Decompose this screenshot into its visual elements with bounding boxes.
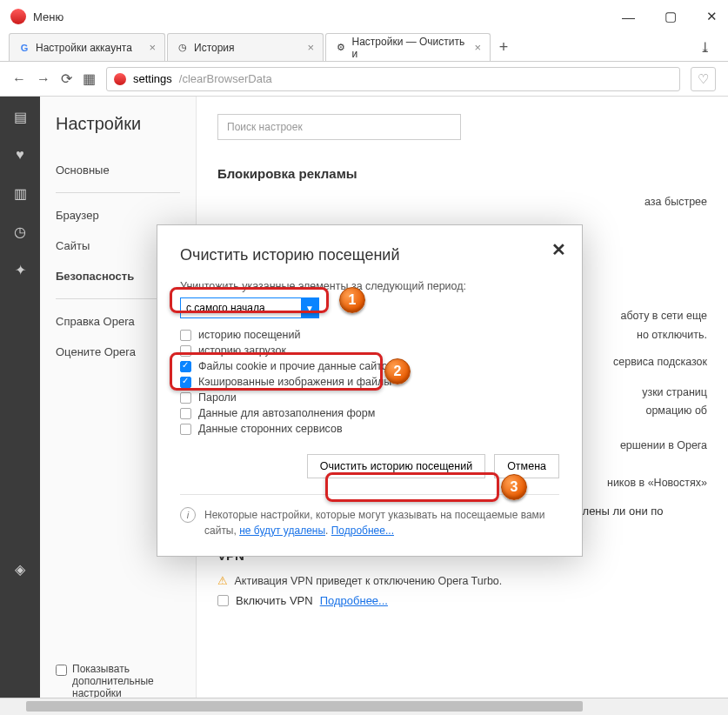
tab-account-settings[interactable]: G Настройки аккаунта × [9, 33, 165, 61]
not-deleted-link[interactable]: не будут удалены [239, 525, 325, 537]
close-icon[interactable]: × [474, 41, 481, 54]
minimize-button[interactable]: — [622, 10, 635, 24]
toolbar: ← → ⟳ ▦ settings/clearBrowserData ♡ [0, 62, 728, 97]
clear-button[interactable]: Очистить историю посещений [307, 454, 485, 478]
option-thirdparty[interactable]: Данные сторонних сервисов [180, 423, 559, 435]
chevron-down-icon: ▼ [301, 298, 318, 317]
bookmark-button[interactable]: ♡ [691, 67, 716, 91]
address-bar[interactable]: settings/clearBrowserData [106, 67, 680, 91]
vpn-more-link[interactable]: Подробнее... [320, 594, 388, 607]
note-dot: . [325, 525, 331, 537]
option-label: Данные для автозаполнения форм [198, 407, 375, 419]
tab-label: История [194, 42, 235, 54]
callout-1: 1 [339, 287, 365, 313]
option-label: Данные сторонних сервисов [198, 423, 343, 435]
close-icon[interactable]: × [307, 41, 314, 54]
dialog-title: Очистить историю посещений [180, 246, 559, 264]
option-autofill[interactable]: Данные для автозаполнения форм [180, 407, 559, 419]
option-label: Пароли [198, 391, 237, 404]
select-value: с самого начала [186, 302, 265, 314]
titlebar: Меню — ▢ ✕ [0, 0, 728, 33]
cancel-button[interactable]: Отмена [494, 454, 559, 478]
checkbox-icon [180, 377, 191, 388]
reload-button[interactable]: ⟳ [61, 70, 72, 87]
option-passwords[interactable]: Пароли [180, 391, 559, 404]
extensions-icon[interactable]: ✦ [12, 262, 28, 277]
option-label: Кэшированные изображения и файлы [198, 376, 391, 388]
checkbox-icon [180, 424, 191, 435]
address-path: /clearBrowserData [179, 72, 272, 85]
option-cache[interactable]: Кэшированные изображения и файлы [180, 376, 559, 388]
warning-icon: ⚠ [217, 574, 228, 587]
text-fragment: аза быстрее [217, 193, 707, 211]
close-icon[interactable]: ✕ [551, 239, 566, 260]
google-icon: G [18, 42, 30, 54]
tab-settings-clear[interactable]: ⚙ Настройки — Очистить и × [325, 33, 491, 61]
settings-title: Настройки [56, 114, 180, 134]
adblock-heading: Блокировка рекламы [217, 166, 707, 181]
heart-icon[interactable]: ♥ [12, 147, 28, 163]
grid-icon[interactable]: ▤ [12, 109, 28, 124]
option-downloads[interactable]: историю загрузок [180, 344, 559, 357]
window-controls: — ▢ ✕ [622, 9, 718, 24]
address-prefix: settings [133, 72, 172, 85]
enable-vpn-checkbox[interactable]: Включить VPN Подробнее... [217, 594, 707, 607]
tab-history[interactable]: ◷ История × [167, 33, 324, 61]
left-rail: ▤ ♥ ▥ ◷ ✦ ◈ [0, 97, 40, 698]
horizontal-scrollbar[interactable] [0, 698, 728, 715]
back-button[interactable]: ← [12, 71, 26, 87]
option-cookies[interactable]: Файлы cookie и прочие данные сайтов [180, 360, 559, 372]
opera-logo-icon [10, 9, 26, 24]
time-range-select[interactable]: с самого начала ▼ [180, 297, 319, 318]
checkbox-label: Включить VPN [236, 594, 313, 607]
speed-dial-button[interactable]: ▦ [83, 70, 96, 87]
callout-3: 3 [501, 474, 527, 500]
dialog-actions: Очистить историю посещений Отмена [180, 454, 559, 478]
checkbox-icon [180, 345, 191, 357]
checkbox-icon [217, 595, 229, 606]
tab-overflow-button[interactable]: ⤓ [691, 33, 719, 61]
dialog-subtitle: Уничтожить указанные элементы за следующ… [180, 280, 559, 292]
close-window-button[interactable]: ✕ [706, 9, 718, 24]
dialog-footnote: i Некоторые настройки, которые могут ука… [180, 494, 559, 538]
checkbox-icon [180, 330, 191, 341]
vpn-warning: ⚠ Активация VPN приведет к отключению Op… [217, 571, 707, 591]
new-tab-button[interactable]: + [492, 33, 515, 61]
option-label: историю загрузок [198, 344, 286, 357]
tab-label: Настройки аккаунта [36, 42, 132, 54]
info-icon: i [180, 507, 196, 523]
close-icon[interactable]: × [149, 41, 156, 54]
option-label: Файлы cookie и прочие данные сайтов [198, 360, 393, 372]
opera-small-icon [114, 73, 126, 85]
learn-more-link[interactable]: Подробнее... [331, 525, 394, 537]
checkbox-label: Показывать дополнительные настройки [72, 663, 180, 699]
checkbox-input[interactable] [56, 665, 67, 676]
checkbox-icon [180, 361, 191, 372]
checkbox-icon [180, 408, 191, 419]
nav-basic[interactable]: Основные [56, 155, 180, 185]
clock-icon: ◷ [177, 42, 189, 54]
gear-icon: ⚙ [335, 42, 347, 54]
show-advanced-checkbox[interactable]: Показывать дополнительные настройки [56, 663, 180, 699]
settings-search[interactable]: Поиск настроек [217, 114, 461, 140]
option-history[interactable]: историю посещений [180, 329, 559, 341]
option-label: историю посещений [198, 329, 300, 341]
clear-history-dialog: ✕ Очистить историю посещений Уничтожить … [157, 224, 583, 557]
diamond-icon[interactable]: ◈ [12, 561, 28, 577]
menu-button[interactable]: Меню [33, 10, 63, 23]
tab-strip: G Настройки аккаунта × ◷ История × ⚙ Нас… [0, 33, 728, 62]
news-icon[interactable]: ▥ [12, 185, 28, 201]
callout-2: 2 [384, 358, 411, 384]
tab-label: Настройки — Очистить и [352, 36, 470, 60]
maximize-button[interactable]: ▢ [665, 9, 677, 24]
forward-button[interactable]: → [37, 71, 50, 87]
clock-icon[interactable]: ◷ [12, 224, 28, 239]
clear-options-list: историю посещений историю загрузок Файлы… [180, 329, 559, 435]
scrollbar-thumb[interactable] [26, 701, 583, 712]
checkbox-icon [180, 392, 191, 404]
